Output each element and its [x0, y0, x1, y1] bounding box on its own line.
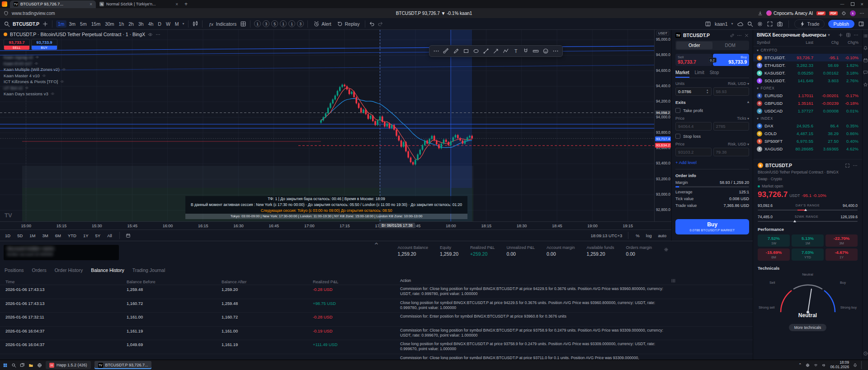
pdf-extension-icon[interactable]: PDF: [829, 11, 838, 15]
range-1Y[interactable]: 1Y: [82, 233, 90, 239]
browser-logo-icon[interactable]: [2, 1, 7, 7]
submit-buy-button[interactable]: Buy 0.0786 BTCUSDT.P MARKET: [675, 219, 749, 234]
window-close-button[interactable]: ×: [861, 1, 863, 7]
panel-tab-orders[interactable]: Orders: [32, 267, 47, 273]
sl-price-input[interactable]: 93103.2: [675, 148, 712, 156]
timeframe-1m[interactable]: 1m: [56, 20, 66, 28]
tab-close-icon[interactable]: ×: [90, 2, 92, 7]
watchlist-sidebar-icon[interactable]: [863, 33, 868, 38]
alerts-icon[interactable]: [863, 46, 868, 51]
show-desktop-button[interactable]: [861, 361, 863, 369]
watchlist-section-CRYPTO[interactable]: ▾CRYPTO: [753, 47, 862, 54]
notifications-icon[interactable]: [853, 363, 857, 367]
tab-limit[interactable]: Limit: [695, 70, 704, 78]
watchlist-row-GOLD[interactable]: G GOLD 4,487.15 38.29 0.86%: [753, 130, 862, 137]
clock-utc[interactable]: 18:09:13 UTC+3: [590, 233, 622, 238]
watchlist-row-DAX[interactable]: D DAX 24,925.6 86.4 0.35%: [753, 122, 862, 130]
taskbar-app-tradingview[interactable]: TV BTCUSDT.P 93,726.7...: [94, 361, 152, 369]
indicator-templates-icon[interactable]: [240, 21, 246, 27]
indicator-row[interactable]: Kaan Days sessions v3: [4, 91, 66, 97]
timeframe-5m[interactable]: 5m: [78, 20, 89, 28]
toolbar-symbol[interactable]: BTCUSDT.P: [13, 21, 39, 27]
indicator-row[interactable]: ICT Killzones & Pivots [TFO]: [4, 79, 66, 85]
undo-icon[interactable]: [369, 21, 375, 27]
taskbar-app-happ[interactable]: H Happ 1.5.2 (426): [46, 361, 91, 369]
quick-indicator-2[interactable]: 3: [263, 20, 269, 27]
replay-button[interactable]: Replay: [335, 20, 362, 28]
browser-menu-icon[interactable]: [859, 11, 864, 16]
tab-stop[interactable]: Stop: [710, 70, 719, 78]
timeframe-D[interactable]: D: [156, 20, 163, 28]
watchlist-title[interactable]: BINGX Бессрочные фьючерсы: [757, 33, 826, 37]
network-icon[interactable]: [814, 363, 818, 367]
indicator-row[interactable]: UT Bot v2: [4, 85, 66, 91]
timeframe-W[interactable]: W: [164, 20, 172, 28]
chat-icon[interactable]: [863, 70, 868, 75]
balance-history-row[interactable]: 2026-01-06 16:04:37 1,161.19 1,161.00 -0…: [0, 327, 753, 341]
indicators-button[interactable]: ƒx Indicators: [206, 20, 239, 28]
timeframe-4h[interactable]: 4h: [146, 20, 156, 28]
fullscreen-icon[interactable]: [767, 21, 773, 27]
new-tab-button[interactable]: +: [184, 1, 188, 7]
more-dots-icon[interactable]: [156, 32, 160, 37]
more-dots-icon[interactable]: [737, 33, 742, 38]
cloud-save-icon[interactable]: [737, 21, 743, 27]
draw-rectangle-button[interactable]: [462, 47, 471, 56]
indicator-row[interactable]: Kaan Multiple (Will Zones v2): [4, 66, 66, 73]
panel-tab-order-history[interactable]: Order History: [55, 267, 83, 273]
redo-icon[interactable]: [377, 21, 383, 27]
balance-history-row[interactable]: 2026-01-06 16:04:37 1,049.69 1,161.19 +1…: [0, 340, 753, 354]
eye-icon[interactable]: [34, 61, 38, 66]
start-button[interactable]: [3, 363, 8, 368]
risk-usd-input[interactable]: 58.93: [713, 87, 750, 96]
range-YTD[interactable]: YTD: [66, 233, 78, 239]
sl-risk-input[interactable]: 79.38: [713, 148, 750, 156]
chart-legend[interactable]: BTCUSDT.P · Bitcoin/USD Tether Perpetual…: [4, 32, 160, 37]
balance-history-row[interactable]: 2026-01-06 17:43:13 1,259.48 1,259.20 -0…: [0, 285, 753, 299]
draw-emoji-button[interactable]: [541, 47, 550, 56]
buy-price-button[interactable]: Buy 93,733.9: [713, 54, 750, 66]
draw-ellipse-button[interactable]: [472, 47, 481, 56]
draw-trendline-button[interactable]: [481, 47, 491, 56]
profile-avatar[interactable]: k: [850, 10, 856, 16]
browser-taskbar-icon[interactable]: [37, 363, 42, 368]
file-explorer-icon[interactable]: [28, 363, 33, 368]
chart-canvas[interactable]: [0, 30, 654, 221]
watchlist-row-XAGUSD[interactable]: X XAGUSD 80.28685 3.69365 4.62%: [753, 145, 862, 153]
timeframe-3m[interactable]: 3m: [67, 20, 78, 28]
eye-icon[interactable]: [25, 86, 29, 90]
draw-paintbrush-button[interactable]: [442, 47, 451, 56]
eye-icon[interactable]: [51, 92, 55, 96]
timeframe-30m[interactable]: 30m: [103, 20, 116, 28]
more-dots-icon[interactable]: [853, 163, 858, 168]
scale-unit-chip[interactable]: USDT: [656, 31, 669, 36]
task-view-icon[interactable]: [20, 363, 25, 368]
chart-layout-icon[interactable]: [705, 21, 711, 27]
chart-plot-area[interactable]: BTCUSDT.P · Bitcoin/USD Tether Perpetual…: [0, 30, 654, 221]
quick-indicator-4[interactable]: 1: [280, 20, 287, 27]
window-maximize-button[interactable]: [851, 2, 854, 6]
take-profit-toggle[interactable]: Take profit: [675, 108, 749, 113]
draw-drag-handle-button[interactable]: [432, 47, 441, 56]
range-5D[interactable]: 5D: [16, 233, 24, 239]
indicator-row[interactable]: Kaan zigzag v2: [4, 54, 66, 61]
range-3M[interactable]: 3M: [41, 233, 50, 239]
close-icon[interactable]: [744, 33, 749, 38]
range-1D[interactable]: 1D: [4, 233, 12, 239]
draw-pencil-button[interactable]: [452, 47, 461, 56]
watchlist-row-EURUSD[interactable]: E EURUSD 1.17011 -0.00201 -0.17%: [753, 92, 862, 99]
taskbar-clock[interactable]: 18:09 06.01.2026: [830, 361, 849, 370]
floating-drawing-toolbar[interactable]: T: [429, 45, 563, 57]
download-icon[interactable]: [758, 11, 763, 16]
quick-indicator-5[interactable]: 1: [288, 20, 295, 27]
watchlist-row-SP500FT[interactable]: S SP500FT 6,970.55 27.50 0.40%: [753, 137, 862, 145]
browser-tab-tradingview[interactable]: TV BTCUSDT.P 93,726.7... ×: [10, 0, 96, 8]
balance-history-row[interactable]: 2026-01-06 17:43:13 1,160.72 1,259.48 +9…: [0, 299, 753, 313]
exits-collapse-icon[interactable]: ▴: [747, 100, 749, 105]
eye-icon[interactable]: [35, 55, 39, 59]
timeframe-15m[interactable]: 15m: [90, 20, 102, 28]
timeframe-2h[interactable]: 2h: [127, 20, 136, 28]
time-axis[interactable]: 15:0015:1515:3015:4516:0016:1516:3016:45…: [0, 221, 671, 229]
draw-text-button[interactable]: T: [511, 47, 520, 56]
panel-tab-positions[interactable]: Positions: [5, 267, 24, 273]
